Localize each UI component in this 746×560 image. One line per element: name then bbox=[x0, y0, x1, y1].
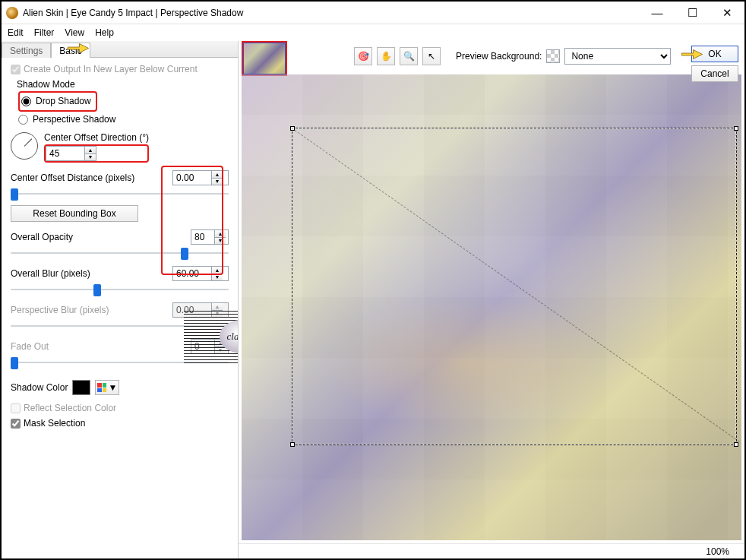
pointer-icon: ↖ bbox=[428, 51, 435, 62]
preview-thumbnail[interactable] bbox=[242, 41, 287, 76]
create-output-label: Create Output In New Layer Below Current bbox=[24, 64, 198, 74]
settings-pane: Settings Basic Create Output In New Laye… bbox=[2, 41, 239, 558]
blur-spinner[interactable]: ▲▼ bbox=[211, 267, 223, 280]
opacity-spinner[interactable]: ▲▼ bbox=[214, 230, 226, 244]
overall-blur-input[interactable] bbox=[173, 268, 211, 279]
overall-blur-row: Overall Blur (pixels) ▲▼ bbox=[11, 266, 229, 296]
overall-opacity-field[interactable]: ▲▼ bbox=[191, 229, 229, 245]
menu-help[interactable]: Help bbox=[95, 27, 114, 38]
distance-spinner[interactable]: ▲▼ bbox=[211, 171, 223, 185]
radio-drop-shadow[interactable] bbox=[21, 96, 31, 106]
mask-selection-row[interactable]: Mask Selection bbox=[11, 418, 229, 429]
shadow-mode-label: Shadow Mode bbox=[17, 79, 229, 90]
preview-toolbar: 🎯 ✋ 🔍 ↖ Preview Background: None bbox=[239, 41, 744, 71]
overall-opacity-slider[interactable] bbox=[11, 246, 229, 260]
watermark: claudia bbox=[184, 310, 238, 363]
tab-bar: Settings Basic bbox=[2, 41, 238, 58]
zoom-level: 100% bbox=[706, 546, 729, 557]
overall-blur-field[interactable]: ▲▼ bbox=[172, 266, 229, 281]
overall-blur-label: Overall Blur (pixels) bbox=[11, 268, 90, 279]
settings-body: Create Output In New Layer Below Current… bbox=[2, 58, 238, 558]
overall-blur-slider[interactable] bbox=[11, 283, 229, 296]
color-picker-button[interactable]: ▼ bbox=[95, 380, 119, 395]
tool-pan-button[interactable]: ✋ bbox=[377, 47, 395, 65]
minimize-button[interactable]: — bbox=[640, 2, 675, 24]
mask-selection-checkbox[interactable] bbox=[11, 419, 21, 429]
overall-opacity-label: Overall Opacity bbox=[11, 232, 73, 242]
menu-filter[interactable]: Filter bbox=[34, 27, 55, 38]
tool-pointer-button[interactable]: ↖ bbox=[422, 47, 441, 65]
window-title: Alien Skin | Eye Candy 5 Impact | Perspe… bbox=[23, 8, 640, 18]
reflect-selection-row: Reflect Selection Color bbox=[11, 403, 229, 413]
window-controls: — ☐ ✕ bbox=[640, 2, 744, 24]
center-offset-distance-input[interactable] bbox=[173, 172, 211, 183]
annotation-pointer-ok bbox=[681, 46, 703, 61]
zoom-icon: 🔍 bbox=[403, 51, 415, 62]
create-output-checkbox-row: Create Output In New Layer Below Current bbox=[11, 64, 229, 74]
radio-perspective-shadow-row[interactable]: Perspective Shadow bbox=[18, 114, 229, 125]
radio-drop-shadow-label: Drop Shadow bbox=[36, 96, 91, 106]
checker-icon bbox=[546, 49, 560, 63]
center-offset-direction-label: Center Offset Direction (°) bbox=[44, 132, 149, 143]
menu-edit[interactable]: Edit bbox=[8, 27, 24, 38]
cancel-button[interactable]: Cancel bbox=[691, 65, 738, 82]
chevron-down-icon: ▼ bbox=[108, 382, 117, 393]
menu-view[interactable]: View bbox=[65, 27, 84, 38]
highlight-direction-value: ▲▼ bbox=[44, 144, 149, 163]
handle-se[interactable] bbox=[734, 442, 738, 447]
shadow-color-label: Shadow Color bbox=[11, 382, 68, 393]
hand-icon: ✋ bbox=[381, 51, 392, 62]
tool-zoom-button[interactable]: 🔍 bbox=[400, 47, 418, 65]
preview-background-select[interactable]: None bbox=[564, 48, 671, 65]
center-offset-distance-field[interactable]: ▲▼ bbox=[172, 170, 229, 185]
fade-out-label: Fade Out bbox=[11, 341, 49, 352]
app-icon bbox=[6, 7, 18, 19]
direction-dial[interactable] bbox=[11, 132, 38, 160]
shadow-color-swatch[interactable] bbox=[72, 380, 90, 395]
preview-background-control: Preview Background: None bbox=[456, 48, 671, 65]
annotation-pointer-basic bbox=[67, 40, 90, 55]
radio-drop-shadow-row[interactable]: Drop Shadow bbox=[21, 96, 91, 106]
create-output-checkbox[interactable] bbox=[11, 65, 21, 74]
highlight-drop-shadow: Drop Shadow bbox=[18, 91, 97, 112]
body: Settings Basic Create Output In New Laye… bbox=[2, 41, 744, 558]
handle-ne[interactable] bbox=[734, 126, 738, 131]
status-bar: 100% bbox=[239, 543, 744, 558]
app-window: Alien Skin | Eye Candy 5 Impact | Perspe… bbox=[0, 0, 746, 560]
direction-spinner[interactable]: ▲▼ bbox=[84, 147, 96, 160]
tab-settings[interactable]: Settings bbox=[2, 43, 51, 58]
center-offset-distance-slider[interactable] bbox=[11, 187, 229, 201]
shadow-color-row: Shadow Color ▼ bbox=[11, 380, 229, 395]
mask-selection-label: Mask Selection bbox=[24, 418, 85, 429]
reflect-selection-checkbox bbox=[11, 403, 21, 413]
close-button[interactable]: ✕ bbox=[710, 2, 744, 24]
center-offset-distance-label: Center Offset Distance (pixels) bbox=[11, 172, 134, 183]
preview-pane: OK Cancel 🎯 ✋ 🔍 ↖ Preview Background: No… bbox=[239, 41, 744, 558]
navigator-icon: 🎯 bbox=[358, 51, 369, 62]
preview-background-label: Preview Background: bbox=[456, 51, 542, 62]
center-offset-direction-row: Center Offset Direction (°) ▲▼ bbox=[11, 132, 229, 163]
titlebar: Alien Skin | Eye Candy 5 Impact | Perspe… bbox=[2, 2, 744, 24]
menubar: Edit Filter View Help bbox=[2, 24, 744, 41]
radio-perspective-shadow-label: Perspective Shadow bbox=[33, 114, 115, 125]
center-offset-direction-input[interactable] bbox=[46, 148, 84, 159]
center-offset-distance-row: Center Offset Distance (pixels) ▲▼ bbox=[11, 170, 229, 201]
maximize-button[interactable]: ☐ bbox=[675, 2, 710, 24]
palette-icon bbox=[97, 383, 106, 392]
overall-opacity-row: Overall Opacity ▲▼ bbox=[11, 229, 229, 260]
perspective-blur-label: Perspective Blur (pixels) bbox=[11, 305, 109, 315]
preview-canvas[interactable] bbox=[242, 74, 741, 540]
handle-sw[interactable] bbox=[290, 442, 295, 447]
overall-opacity-input[interactable] bbox=[191, 232, 214, 242]
tool-navigator-button[interactable]: 🎯 bbox=[354, 47, 372, 65]
shadow-mode-group: Drop Shadow Perspective Shadow bbox=[18, 91, 229, 125]
watermark-text: claudia bbox=[220, 320, 238, 353]
reset-bounding-box-button[interactable]: Reset Bounding Box bbox=[11, 205, 138, 222]
center-offset-direction-field[interactable]: ▲▼ bbox=[46, 146, 96, 161]
reflect-selection-label: Reflect Selection Color bbox=[24, 403, 116, 413]
radio-perspective-shadow[interactable] bbox=[18, 115, 28, 125]
